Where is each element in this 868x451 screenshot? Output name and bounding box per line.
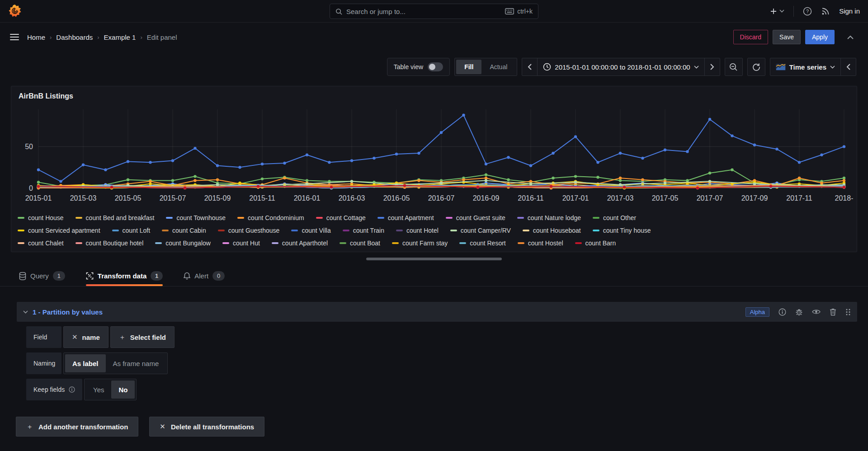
collapse-options-pane-button[interactable] xyxy=(840,58,856,75)
clock-icon xyxy=(543,63,551,71)
menu-toggle-button[interactable] xyxy=(10,32,19,42)
news-button[interactable] xyxy=(821,7,830,16)
tab-query[interactable]: Query 1 xyxy=(19,271,65,286)
timeseries-chart[interactable]: 2015-012015-032015-052015-072015-092015-… xyxy=(14,102,853,211)
as-label-option[interactable]: As label xyxy=(65,354,106,372)
legend-label: count Hotel xyxy=(406,227,439,234)
legend-label: count Barn xyxy=(585,240,616,247)
field-value-chip[interactable]: ✕ name xyxy=(63,326,108,348)
tab-transform-data[interactable]: Transform data 1 xyxy=(86,271,163,286)
new-menu-button[interactable] xyxy=(770,8,784,15)
chevron-right-icon xyxy=(710,64,714,70)
add-transformation-button[interactable]: ＋ Add another transformation xyxy=(16,417,138,437)
legend-item[interactable]: count Serviced apartment xyxy=(18,227,100,234)
legend-item[interactable]: count Hostel xyxy=(518,240,563,247)
svg-text:2017-05: 2017-05 xyxy=(652,194,679,202)
time-shift-back-button[interactable] xyxy=(522,58,537,75)
debug-icon[interactable] xyxy=(795,308,803,316)
breadcrumb: Home › Dashboards › Example 1 › Edit pan… xyxy=(27,33,177,41)
zoom-out-time-button[interactable] xyxy=(725,58,743,76)
breadcrumb-home[interactable]: Home xyxy=(27,33,45,41)
global-search[interactable]: ctrl+k xyxy=(330,4,538,19)
transformation-title[interactable]: 1 - Partition by values xyxy=(33,308,103,316)
table-view-control: Table view xyxy=(387,58,450,76)
legend-label: count Train xyxy=(353,227,384,234)
breadcrumb-dashboards[interactable]: Dashboards xyxy=(56,33,93,41)
svg-text:?: ? xyxy=(806,9,809,14)
legend-item[interactable]: count Boat xyxy=(340,240,380,247)
legend-label: count Aparthotel xyxy=(282,240,328,247)
legend-item[interactable]: count Guest suite xyxy=(446,214,505,221)
legend-item[interactable]: count Aparthotel xyxy=(272,240,328,247)
tab-alert[interactable]: Alert 0 xyxy=(184,271,225,286)
legend-item[interactable]: count Other xyxy=(593,214,636,221)
keep-fields-row: Keep fields Yes No xyxy=(26,379,857,400)
help-button[interactable]: ? xyxy=(803,7,812,16)
tab-alert-label: Alert xyxy=(194,272,208,280)
legend-label: count Bed and breakfast xyxy=(86,214,155,221)
legend-item[interactable]: count House xyxy=(18,214,64,221)
legend-swatch xyxy=(518,242,524,244)
top-navbar: ctrl+k ? Sign in xyxy=(0,0,868,23)
legend-label: count Townhouse xyxy=(176,214,226,221)
time-range-picker[interactable]: 2015-01-01 00:00:00 to 2018-01-01 00:00:… xyxy=(537,58,704,75)
legend-item[interactable]: count Resort xyxy=(459,240,505,247)
svg-text:2018-: 2018- xyxy=(835,194,853,202)
time-shift-forward-button[interactable] xyxy=(704,58,720,75)
eye-icon[interactable] xyxy=(812,309,821,315)
table-view-toggle[interactable] xyxy=(428,62,443,71)
legend-item[interactable]: count Nature lodge xyxy=(517,214,581,221)
grafana-logo-icon[interactable] xyxy=(8,4,22,19)
legend-item[interactable]: count Tiny house xyxy=(593,227,651,234)
legend-item[interactable]: count Hut xyxy=(222,240,260,247)
fill-option[interactable]: Fill xyxy=(456,60,481,74)
plus-icon xyxy=(770,8,777,15)
legend-swatch xyxy=(450,230,457,231)
info-icon[interactable] xyxy=(778,308,786,316)
remove-field-icon[interactable]: ✕ xyxy=(72,333,78,341)
legend-item[interactable]: count Cottage xyxy=(316,214,366,221)
save-button[interactable]: Save xyxy=(773,30,801,44)
transformation-header[interactable]: 1 - Partition by values Alpha xyxy=(17,302,857,322)
legend-item[interactable]: count Villa xyxy=(291,227,330,234)
info-icon xyxy=(69,386,75,393)
legend-item[interactable]: count Train xyxy=(343,227,384,234)
legend-swatch xyxy=(575,242,582,244)
trash-icon[interactable] xyxy=(830,308,836,316)
keep-fields-label: Keep fields xyxy=(26,379,82,400)
legend-item[interactable]: count Houseboat xyxy=(523,227,581,234)
legend-item[interactable]: count Camper/RV xyxy=(450,227,511,234)
legend-item[interactable]: count Barn xyxy=(575,240,616,247)
select-field-button[interactable]: ＋ Select field xyxy=(110,326,175,348)
search-input[interactable] xyxy=(346,8,501,15)
legend-item[interactable]: count Townhouse xyxy=(166,214,226,221)
keep-fields-yes[interactable]: Yes xyxy=(86,381,111,399)
legend-item[interactable]: count Guesthouse xyxy=(218,227,280,234)
legend-item[interactable]: count Cabin xyxy=(162,227,206,234)
legend-item[interactable]: count Loft xyxy=(112,227,151,234)
legend-item[interactable]: count Apartment xyxy=(377,214,434,221)
breadcrumb-dashboard-name[interactable]: Example 1 xyxy=(104,33,136,41)
apply-button[interactable]: Apply xyxy=(805,30,835,44)
tab-alert-count: 0 xyxy=(212,271,225,281)
legend-item[interactable]: count Bed and breakfast xyxy=(75,214,155,221)
collapse-header-button[interactable] xyxy=(844,35,857,39)
sign-in-link[interactable]: Sign in xyxy=(839,7,860,15)
actual-option[interactable]: Actual xyxy=(481,60,515,74)
legend-item[interactable]: count Farm stay xyxy=(392,240,448,247)
panel-title[interactable]: AirBnB Listings xyxy=(11,86,857,102)
legend-item[interactable]: count Hotel xyxy=(396,227,439,234)
legend-label: count Hostel xyxy=(528,240,563,247)
as-frame-name-option[interactable]: As frame name xyxy=(106,354,166,372)
keep-fields-no[interactable]: No xyxy=(111,381,135,399)
legend-item[interactable]: count Boutique hotel xyxy=(75,240,144,247)
legend-item[interactable]: count Condominium xyxy=(237,214,304,221)
visualization-picker[interactable]: Time series xyxy=(770,58,840,75)
drag-handle-icon[interactable] xyxy=(845,308,851,316)
svg-text:2016-11: 2016-11 xyxy=(518,194,544,202)
refresh-button[interactable] xyxy=(747,58,765,76)
delete-all-transformations-button[interactable]: ✕ Delete all transformations xyxy=(149,417,264,437)
legend-item[interactable]: count Bungalow xyxy=(155,240,211,247)
discard-button[interactable]: Discard xyxy=(733,30,768,44)
legend-item[interactable]: count Chalet xyxy=(18,240,64,247)
